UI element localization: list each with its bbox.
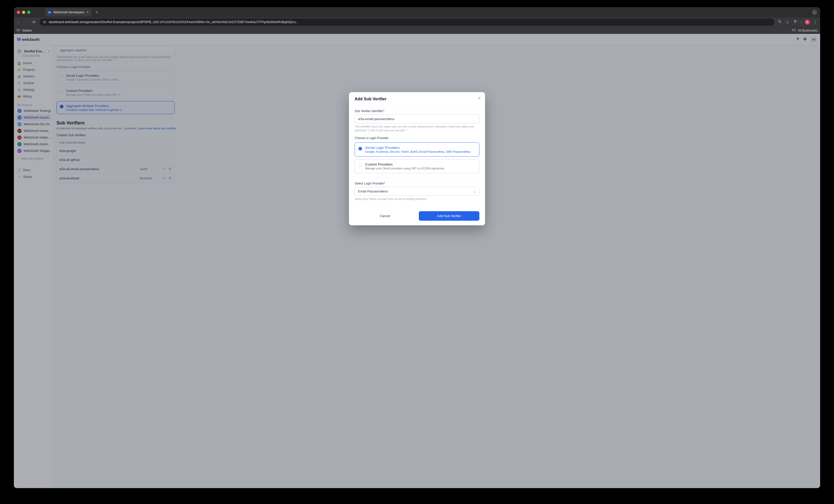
- modal-overlay[interactable]: [14, 34, 359, 220]
- choose-label: Choose a Login Provider: [355, 136, 359, 140]
- tab-close-icon[interactable]: ✕: [86, 10, 89, 14]
- forward-icon[interactable]: →: [24, 20, 29, 24]
- maximize-window-icon[interactable]: [27, 11, 30, 14]
- bookmark-wallets[interactable]: Wallets: [22, 29, 32, 32]
- modal-title: Add Sub Verifier: [355, 97, 359, 101]
- minimize-window-icon[interactable]: [22, 11, 25, 14]
- reload-icon[interactable]: ⟳: [32, 20, 37, 24]
- tab-favicon: w: [48, 10, 51, 14]
- bookmarks-bar: Wallets | All Bookmarks: [14, 27, 359, 34]
- svg-point-4: [43, 23, 44, 23]
- titlebar: w Web3Auth Developers ✕ + ⌄: [14, 7, 359, 18]
- url-field[interactable]: dashboard.web3auth.io/organization/DevRe…: [40, 19, 359, 26]
- svg-point-0: [43, 21, 44, 22]
- browser-window: w Web3Auth Developers ✕ + ⌄ ← → ⟳ dashbo…: [14, 7, 359, 220]
- back-icon[interactable]: ←: [17, 20, 21, 24]
- modal-provider-social[interactable]: Social Login ProvidersGoogle, Facebook, …: [355, 142, 359, 157]
- add-sub-verifier-modal: Add Sub Verifier ✕ Sub Verifier Identifi…: [349, 92, 359, 220]
- id-help: This identifier has to be unique and can…: [355, 125, 359, 132]
- svg-point-2: [43, 22, 44, 22]
- select-label: Select Login Provider*: [355, 182, 359, 185]
- url-text: dashboard.web3auth.io/organization/DevRe…: [49, 20, 359, 24]
- tab-title: Web3Auth Developers: [53, 10, 84, 14]
- site-settings-icon[interactable]: [43, 20, 47, 24]
- new-tab-button[interactable]: +: [95, 10, 98, 15]
- close-window-icon[interactable]: [17, 11, 20, 14]
- modal-provider-custom[interactable]: Custom ProvidersManage your OAuth provid…: [355, 159, 359, 173]
- window-controls: [17, 11, 30, 14]
- folder-icon: [17, 28, 20, 32]
- radio-icon: [358, 163, 359, 167]
- id-label: Sub Verifier Identifier*: [355, 109, 359, 113]
- login-provider-select[interactable]: Email Passwordless ⌄: [355, 187, 359, 196]
- address-bar: ← → ⟳ dashboard.web3auth.io/organization…: [14, 18, 359, 27]
- app-content: Wweb3auth ? AB D DevRel Exampl... ⇅: [14, 34, 359, 220]
- select-help: Select your OAuth provider from our list…: [355, 197, 359, 201]
- cancel-button[interactable]: Cancel: [355, 211, 359, 220]
- browser-tab[interactable]: w Web3Auth Developers ✕: [45, 8, 91, 17]
- radio-icon: [358, 147, 359, 151]
- id-input[interactable]: [355, 114, 359, 123]
